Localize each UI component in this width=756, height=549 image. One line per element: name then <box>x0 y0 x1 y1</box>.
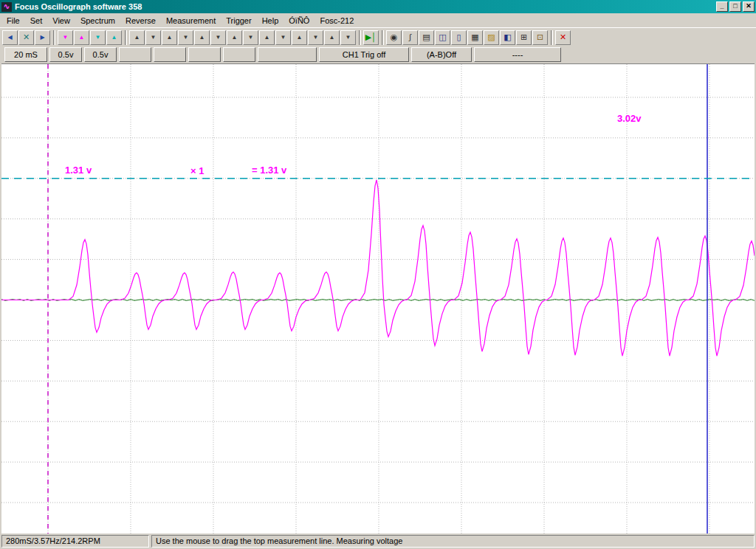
tab-a-b-off[interactable]: (A-B)Off <box>411 47 472 62</box>
single-pane-button[interactable]: ▯ <box>451 30 467 45</box>
window-controls: _□✕ <box>716 1 755 12</box>
tab-blank-7[interactable] <box>258 47 317 62</box>
tab-0-5v[interactable]: 0.5v <box>84 47 117 62</box>
measurement-value-left: 1.31 v <box>65 165 92 176</box>
triangle-up-icon: ▲ <box>232 35 238 41</box>
pan-left-button[interactable]: ◀ <box>2 30 18 45</box>
scale-down-2-button[interactable]: ▼ <box>178 30 193 45</box>
dual-pane-icon: ◫ <box>439 33 446 41</box>
grid-toggle-button[interactable]: ⊞ <box>516 30 532 45</box>
menu-bar: FileSetViewSpectrumReverseMeasurementTri… <box>0 13 756 27</box>
record-button[interactable]: ◉ <box>386 30 402 45</box>
menu-item-spectrum[interactable]: Spectrum <box>75 15 120 27</box>
menu-item-help[interactable]: Help <box>257 15 284 27</box>
measurement-result: = 1.31 v <box>252 165 286 176</box>
toolbar-separator <box>382 30 384 45</box>
triangle-up-icon: ▲ <box>297 35 303 41</box>
table-icon: ▤ <box>422 33 430 41</box>
red-x-icon: ✕ <box>560 33 566 41</box>
status-bar: 280mS/3.57Hz/214.2RPM Use the mouse to d… <box>0 534 756 549</box>
tab-ch1-trig-off[interactable]: CH1 Trig off <box>319 47 409 62</box>
triangle-up-icon: ▲ <box>199 35 205 41</box>
triangle-up-icon: ▲ <box>134 35 140 41</box>
triangle-down-icon: ▼ <box>63 35 69 41</box>
triangle-up-icon: ▲ <box>329 35 335 41</box>
tab-0-5v[interactable]: 0.5v <box>49 47 82 62</box>
menu-item-file[interactable]: File <box>1 15 25 27</box>
app-window: ∿ Focus Oscillograph software 358 _□✕ Fi… <box>0 0 756 549</box>
tab-blank-6[interactable] <box>223 47 255 62</box>
toolbar-separator <box>53 30 55 45</box>
scale-down-1-button[interactable]: ▼ <box>145 30 161 45</box>
scope-plot[interactable]: 1.31 v× 1= 1.31 v3.02v <box>1 63 755 534</box>
triangle-down-icon: ▼ <box>183 35 189 41</box>
scale-down-4-button[interactable]: ▼ <box>243 30 258 45</box>
status-message: Use the mouse to drag the top measuremen… <box>151 535 755 548</box>
triangle-up-icon: ▲ <box>167 35 173 41</box>
scale-up-6-button[interactable]: ▲ <box>292 30 307 45</box>
save-icon: ▦ <box>471 33 478 41</box>
grid-icon: ⊞ <box>520 33 527 41</box>
tab-blank-5[interactable] <box>188 47 221 62</box>
integral-button[interactable]: ∫ <box>402 30 418 45</box>
pan-right-button[interactable]: ▶ <box>35 30 50 45</box>
measurement-multiplier: × 1 <box>190 165 204 176</box>
triangle-down-icon: ▼ <box>313 35 319 41</box>
menu-item-8[interactable]: ÓïÑÔ <box>284 15 315 27</box>
tab-blank-4[interactable] <box>154 47 186 62</box>
arrow-right-icon: ▶ <box>40 35 44 41</box>
minimize-button[interactable]: _ <box>716 1 728 12</box>
scale-up-2-button[interactable]: ▲ <box>162 30 177 45</box>
scale-down-3-button[interactable]: ▼ <box>210 30 226 45</box>
tab-row: 20 mS0.5v0.5vCH1 Trig off(A-B)Off---- <box>0 46 756 63</box>
menu-item-view[interactable]: View <box>47 15 75 27</box>
ch2-move-down-button[interactable]: ▼ <box>90 30 106 45</box>
snapshot-button[interactable]: ⊡ <box>532 30 548 45</box>
triangle-down-icon: ▼ <box>281 35 286 41</box>
scale-down-6-button[interactable]: ▼ <box>308 30 323 45</box>
close-channel-button[interactable]: ✕ <box>555 30 571 45</box>
triangle-down-icon: ▼ <box>346 35 351 41</box>
triangle-up-icon: ▲ <box>264 35 270 41</box>
tab-blank-3[interactable] <box>119 47 151 62</box>
split-view-button[interactable]: ◧ <box>500 30 515 45</box>
scale-up-1-button[interactable]: ▲ <box>129 30 145 45</box>
triangle-down-icon: ▼ <box>95 35 101 41</box>
close-button[interactable]: ✕ <box>743 1 755 12</box>
run-pause-button[interactable]: ▶│ <box>363 30 379 45</box>
dual-pane-button[interactable]: ◫ <box>435 30 450 45</box>
save-button[interactable]: ▦ <box>467 30 483 45</box>
tab-blank-10[interactable]: ---- <box>474 47 561 62</box>
menu-item-reverse[interactable]: Reverse <box>120 15 161 27</box>
ch1-move-up-button[interactable]: ▲ <box>74 30 89 45</box>
menu-item-fosc-212[interactable]: Fosc-212 <box>315 15 359 27</box>
menu-item-measurement[interactable]: Measurement <box>161 15 221 27</box>
ch1-move-down-button[interactable]: ▼ <box>58 30 73 45</box>
toolbar-separator <box>359 30 361 45</box>
title-bar: ∿ Focus Oscillograph software 358 _□✕ <box>0 0 756 13</box>
triangle-up-icon: ▲ <box>111 35 117 41</box>
ch2-move-up-button[interactable]: ▲ <box>106 30 122 45</box>
scale-up-3-button[interactable]: ▲ <box>194 30 210 45</box>
toolbar: ◀✕▶▼▲▼▲▲▼▲▼▲▼▲▼▲▼▲▼▲▼▶│◉∫▤◫▯▦▨◧⊞⊡✕ <box>0 27 756 46</box>
triangle-up-icon: ▲ <box>79 35 85 41</box>
single-pane-icon: ▯ <box>456 33 461 41</box>
scale-up-4-button[interactable]: ▲ <box>227 30 242 45</box>
integral-icon: ∫ <box>409 33 411 41</box>
scope-canvas <box>1 64 755 534</box>
data-table-button[interactable]: ▤ <box>419 30 434 45</box>
toolbar-separator <box>125 30 127 45</box>
scale-up-7-button[interactable]: ▲ <box>324 30 340 45</box>
cursor-close-button[interactable]: ✕ <box>18 30 34 45</box>
tab-20-ms[interactable]: 20 mS <box>4 47 47 62</box>
open-button[interactable]: ▨ <box>484 30 499 45</box>
scale-up-5-button[interactable]: ▲ <box>259 30 275 45</box>
scale-down-7-button[interactable]: ▼ <box>340 30 356 45</box>
menu-item-trigger[interactable]: Trigger <box>221 15 256 27</box>
record-icon: ◉ <box>391 33 398 41</box>
split-view-icon: ◧ <box>504 33 511 41</box>
scale-down-5-button[interactable]: ▼ <box>275 30 291 45</box>
menu-item-set[interactable]: Set <box>25 15 48 27</box>
triangle-down-icon: ▼ <box>151 35 157 41</box>
maximize-button[interactable]: □ <box>729 1 741 12</box>
